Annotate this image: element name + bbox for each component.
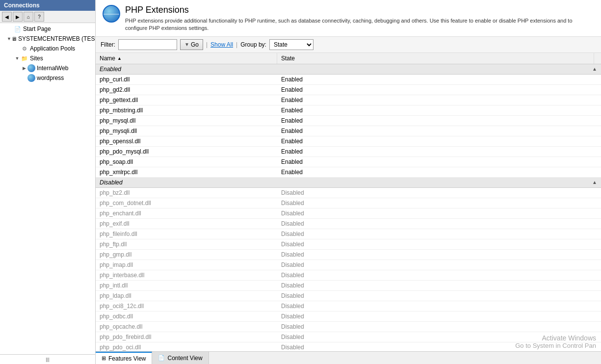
state-cell: Enabled (277, 95, 601, 105)
group-header-disabled[interactable]: Disabled▲ (96, 178, 601, 188)
sidebar-item-label: SYSTEMCENTERWEB (TEST1\ (18, 35, 95, 42)
state-cell: Enabled (277, 116, 601, 126)
server-icon: 🖥 (11, 35, 17, 43)
table-row[interactable]: php_opcache.dllDisabled (96, 322, 601, 332)
table-row[interactable]: php_com_dotnet.dllDisabled (96, 198, 601, 208)
table-row[interactable]: php_gd2.dllEnabled (96, 85, 601, 95)
table-row[interactable]: php_pdo_mysql.dllEnabled (96, 147, 601, 157)
name-cell: php_xmlrpc.dll (96, 167, 277, 177)
state-cell: Disabled (277, 342, 601, 351)
go-button-label: Go (191, 41, 199, 48)
table-row[interactable]: php_ftp.dllDisabled (96, 239, 601, 250)
table-row[interactable]: php_soap.dllEnabled (96, 157, 601, 167)
state-cell: Enabled (277, 85, 601, 95)
state-cell: Disabled (277, 270, 601, 280)
name-cell: php_imap.dll (96, 260, 277, 270)
table-row[interactable]: php_exif.dllDisabled (96, 219, 601, 229)
state-cell: Disabled (277, 301, 601, 311)
state-cell: Disabled (277, 260, 601, 270)
table-row[interactable]: php_mysql.dllEnabled (96, 116, 601, 126)
sidebar-resize-handle[interactable]: ||| (46, 357, 49, 362)
state-cell: Disabled (277, 239, 601, 249)
table-row[interactable]: php_openssl.dllEnabled (96, 136, 601, 147)
table-row[interactable]: php_gettext.dllEnabled (96, 95, 601, 105)
name-cell: php_odbc.dll (96, 312, 277, 321)
table-row[interactable]: php_pdo_firebird.dllDisabled (96, 332, 601, 342)
state-cell: Enabled (277, 75, 601, 84)
sidebar-item-app-pools[interactable]: ⚙ Application Pools (0, 44, 95, 53)
filter-input[interactable] (118, 39, 177, 50)
collapse-button[interactable]: ▲ (592, 66, 597, 72)
table-row[interactable]: php_gmp.dllDisabled (96, 250, 601, 260)
gear-icon: ⚙ (21, 45, 28, 52)
state-cell: Enabled (277, 105, 601, 115)
show-all-link[interactable]: Show All (210, 41, 233, 48)
sidebar-item-sites[interactable]: ▼ 📁 Sites (0, 53, 95, 63)
sidebar-item-start-page[interactable]: 📄 Start Page (0, 24, 95, 34)
back-button[interactable]: ◀ (2, 12, 12, 22)
table-row[interactable]: php_interbase.dllDisabled (96, 270, 601, 281)
table-row[interactable]: php_odbc.dllDisabled (96, 312, 601, 322)
help-button[interactable]: ? (34, 12, 44, 22)
globe-icon (27, 74, 35, 82)
name-cell: php_pdo_firebird.dll (96, 332, 277, 342)
sidebar: Connections ◀ ▶ ⌂ ? 📄 Start Page ▼ 🖥 SYS… (0, 0, 96, 364)
page-description: PHP extensions provide additional functi… (125, 17, 594, 32)
state-cell: Enabled (277, 126, 601, 136)
name-column-header[interactable]: Name ▲ (96, 53, 277, 64)
state-cell: Enabled (277, 157, 601, 167)
php-extensions-icon (103, 5, 120, 23)
table-row[interactable]: php_mbstring.dllEnabled (96, 105, 601, 116)
content-tab-label: Content View (167, 355, 202, 362)
table-row[interactable]: php_curl.dllEnabled (96, 75, 601, 85)
table-row[interactable]: php_xmlrpc.dllEnabled (96, 167, 601, 178)
sidebar-item-label: Sites (30, 55, 43, 62)
table-row[interactable]: php_fileinfo.dllDisabled (96, 229, 601, 239)
sidebar-item-internalweb[interactable]: ▶ InternalWeb (0, 63, 95, 73)
filter-bar: Filter: ▼ Go | Show All | Group by: Stat… (96, 37, 601, 53)
content-tab-icon: 📄 (158, 355, 165, 361)
features-tab-icon: ⊞ (102, 355, 106, 362)
home-button[interactable]: ⌂ (24, 12, 33, 22)
groupby-select[interactable]: State None Name (269, 39, 314, 50)
state-cell: Enabled (277, 147, 601, 156)
group-header-enabled[interactable]: Enabled▲ (96, 64, 601, 75)
table-row[interactable]: php_intl.dllDisabled (96, 281, 601, 291)
name-cell: php_ftp.dll (96, 239, 277, 249)
forward-button[interactable]: ▶ (13, 12, 23, 22)
state-cell: Disabled (277, 291, 601, 301)
content-header-text: PHP Extensions PHP extensions provide ad… (125, 5, 594, 32)
bottom-bar: ⊞ Features View 📄 Content View (96, 351, 601, 364)
tab-content-view[interactable]: 📄 Content View (152, 352, 209, 364)
table-row[interactable]: php_ldap.dllDisabled (96, 291, 601, 301)
state-cell: Disabled (277, 281, 601, 290)
sidebar-item-wordpress[interactable]: wordpress (0, 73, 95, 83)
state-cell: Disabled (277, 332, 601, 342)
table-row[interactable]: php_oci8_12c.dllDisabled (96, 301, 601, 312)
table-row[interactable]: php_pdo_oci.dllDisabled (96, 342, 601, 351)
table-row[interactable]: php_imap.dllDisabled (96, 260, 601, 270)
tab-features-view[interactable]: ⊞ Features View (96, 352, 152, 364)
sidebar-item-label: InternalWeb (37, 65, 68, 72)
name-cell: php_interbase.dll (96, 270, 277, 280)
go-button[interactable]: ▼ Go (180, 39, 203, 50)
table-row[interactable]: php_enchant.dllDisabled (96, 208, 601, 219)
state-column-header[interactable]: State (277, 53, 594, 64)
sidebar-item-server[interactable]: ▼ 🖥 SYSTEMCENTERWEB (TEST1\ (0, 34, 95, 44)
page-title: PHP Extensions (125, 5, 594, 15)
table-row[interactable]: php_bz2.dllDisabled (96, 188, 601, 198)
name-cell: php_openssl.dll (96, 136, 277, 146)
table-row[interactable]: php_mysqli.dllEnabled (96, 126, 601, 136)
page-icon: 📄 (14, 25, 22, 33)
globe-icon (27, 64, 35, 72)
name-cell: php_soap.dll (96, 157, 277, 167)
sidebar-item-label: Application Pools (30, 45, 75, 52)
collapse-button[interactable]: ▲ (592, 180, 597, 185)
name-cell: php_gettext.dll (96, 95, 277, 105)
main-content: PHP Extensions PHP extensions provide ad… (96, 0, 601, 364)
state-cell: Disabled (277, 208, 601, 218)
state-cell: Disabled (277, 312, 601, 321)
sidebar-bottom: ||| (0, 354, 95, 364)
name-cell: php_mysqli.dll (96, 126, 277, 136)
group-label: Disabled (100, 179, 123, 186)
